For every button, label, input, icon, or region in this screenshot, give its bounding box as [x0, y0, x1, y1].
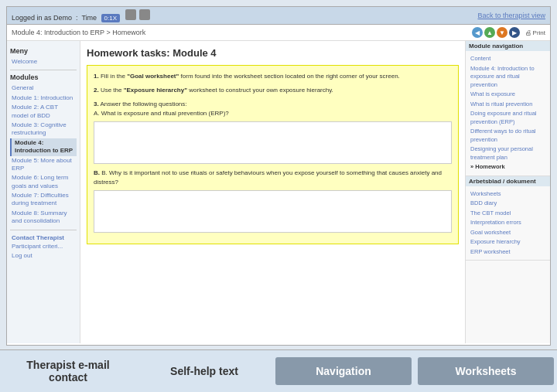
task2-rest: worksheet to construct your own exposure… [189, 87, 333, 94]
sidebar-item-module7[interactable]: Module 7: Difficulties during treatment [10, 191, 77, 209]
icon-btn-1[interactable] [125, 9, 136, 20]
sidebar-item-participant[interactable]: Participant criteri... [10, 242, 77, 251]
back-to-therapist-link[interactable]: Back to therapist view [477, 12, 545, 19]
task1-text: Fill in the [101, 73, 127, 80]
task2-number: 2. [94, 87, 99, 94]
label-therapist-email: Therapist e-mail contact [0, 353, 136, 390]
worksheets-title: Arbetsblad / dokument [466, 176, 550, 186]
nav-down-btn[interactable]: ▼ [497, 27, 507, 38]
module-nav-title: Module navigation [466, 41, 550, 51]
ws-exposure[interactable]: Exposure hierarchy [469, 237, 547, 247]
right-nav-module4[interactable]: Module 4: Introduction to exposure and r… [469, 64, 547, 90]
print-button[interactable]: 🖨 Print [525, 29, 545, 36]
sidebar-item-module2[interactable]: Module 2: A CBT model of BDD [10, 103, 77, 121]
label-navigation: Navigation [275, 357, 412, 385]
bottom-labels: Therapist e-mail contact Self-help text … [0, 349, 557, 392]
answer-box-a[interactable] [94, 121, 452, 164]
task-1: 1. Fill in the "Goal worksheet" form fou… [94, 72, 452, 81]
task-2: 2. Use the "Exposure hierarchy" workshee… [94, 86, 452, 95]
task1-link[interactable]: "Goal worksheet" [127, 73, 179, 80]
sidebar-item-module3[interactable]: Module 3: Cognitive restructuring [10, 121, 77, 138]
task2-link[interactable]: "Exposure hierarchy" [124, 87, 187, 94]
ws-cbt-model[interactable]: The CBT model [469, 209, 547, 219]
right-nav-doing-erp[interactable]: Doing exposure and ritual prevention (ER… [469, 109, 547, 127]
sidebar-item-contact[interactable]: Contact Therapist [10, 233, 77, 242]
question-b-label: B. [94, 169, 100, 176]
sidebar-item-general[interactable]: General [10, 84, 77, 93]
sidebar-item-logout[interactable]: Log out [10, 251, 77, 261]
top-bar: Logged in as Demo : Time 0:1X Back to th… [7, 7, 550, 25]
time-badge: 0:1X [101, 14, 120, 22]
task1-number: 1. [94, 73, 99, 80]
task3-number: 3. [94, 101, 99, 107]
breadcrumb-bar: Module 4: Introduction to ERP > Homework… [7, 25, 550, 41]
ws-interpretation[interactable]: Interpretation errors [469, 218, 547, 228]
sidebar-item-module4[interactable]: Module 4: Introduction to ERP [10, 138, 77, 156]
task2-text: Use the [101, 87, 124, 94]
sidebar-item-module1[interactable]: Module 1: Introduction [10, 94, 77, 103]
right-nav-designing[interactable]: Designing your personal treatment plan [469, 145, 547, 162]
right-nav-different[interactable]: Different ways to do ritual prevention [469, 127, 547, 145]
sidebar-item-module8[interactable]: Module 8: Summary and consolidation [10, 209, 77, 227]
task1-rest: form found into the worksheet section lo… [181, 73, 400, 80]
right-nav-exposure[interactable]: What is exposure [469, 90, 547, 100]
label-worksheets: Worksheets [418, 357, 554, 385]
breadcrumb-text: Module 4: Introduction to ERP > Homework [12, 29, 145, 36]
ws-goal[interactable]: Goal worksheet [469, 228, 547, 238]
sidebar-item-module5[interactable]: Module 5: More about ERP [10, 156, 77, 174]
task3-text: Answer the following questions: [100, 101, 186, 107]
sidebar-item-welcome[interactable]: Welcome [10, 57, 77, 66]
homework-body: 1. Fill in the "Goal worksheet" form fou… [87, 65, 459, 244]
modules-title: Modules [10, 73, 77, 81]
right-sidebar: Module navigation Content Module 4: Intr… [465, 41, 550, 343]
main-wrapper: Logged in as Demo : Time 0:1X Back to th… [0, 0, 557, 392]
content-area: Meny Welcome Modules General Module 1: I… [7, 41, 550, 343]
nav-next-btn[interactable]: ▶ [509, 27, 520, 38]
menu-title: Meny [10, 47, 77, 55]
left-sidebar: Meny Welcome Modules General Module 1: I… [7, 41, 80, 343]
question-b-text: B. Why is it important not to use ritual… [94, 169, 442, 186]
right-nav-homework[interactable]: Homework [469, 162, 547, 172]
ws-bdd-diary[interactable]: BDD diary [469, 199, 547, 209]
browser-frame: Logged in as Demo : Time 0:1X Back to th… [6, 6, 551, 346]
task-3: 3. Answer the following questions: A. Wh… [94, 100, 452, 164]
ws-worksheets[interactable]: Worksheets [469, 189, 547, 199]
answer-box-b[interactable] [94, 190, 452, 233]
breadcrumb-icons: ◀ ▲ ▼ ▶ 🖨 Print [472, 27, 545, 38]
right-nav-content[interactable]: Content [469, 54, 547, 64]
worksheets-section: Arbetsblad / dokument Worksheets BDD dia… [466, 176, 550, 261]
homework-title: Homework tasks: Module 4 [87, 47, 459, 59]
ws-erp[interactable]: ERP worksheet [469, 247, 547, 257]
task-b: B. B. Why is it important not to use rit… [94, 169, 452, 233]
nav-prev-btn[interactable]: ◀ [472, 27, 483, 38]
right-nav-ritual[interactable]: What is ritual prevention [469, 100, 547, 110]
logged-in-text: Logged in as Demo : Time 0:1X [12, 9, 474, 22]
question-a-text: A. What is exposure and ritual preventio… [94, 110, 229, 117]
label-self-help: Self-help text [136, 359, 272, 383]
main-content: Homework tasks: Module 4 1. Fill in the … [80, 41, 465, 343]
icon-btn-2[interactable] [139, 9, 150, 20]
module-nav-section: Module navigation Content Module 4: Intr… [466, 41, 550, 176]
nav-up-btn[interactable]: ▲ [484, 27, 495, 38]
sidebar-item-module6[interactable]: Module 6: Long term goals and values [10, 173, 77, 191]
